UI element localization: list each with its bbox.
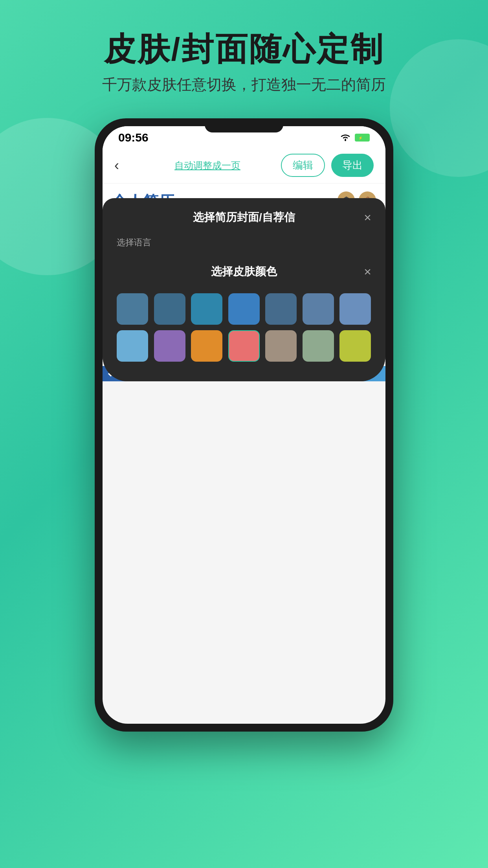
svg-rect-2 (368, 136, 369, 139)
skin-panel-close-button[interactable]: × (356, 265, 371, 279)
resume-content: 个人简历 给我一个机会，还您一份精彩 Personal resume 🎓 💼 基… (103, 184, 385, 381)
color-swatch-3[interactable] (191, 293, 222, 325)
battery-icon: ⚡ (355, 134, 370, 142)
app-topbar: ‹ 自动调整成一页 编辑 导出 (103, 147, 385, 184)
main-title: 皮肤/封面随心定制 (0, 31, 488, 67)
svg-text:⚡: ⚡ (358, 136, 363, 140)
skin-panel: 选择皮肤颜色 × (103, 252, 385, 381)
color-swatch-4[interactable] (228, 293, 260, 325)
color-grid-row1 (117, 293, 371, 325)
color-swatch-1[interactable] (117, 293, 148, 325)
panel-title-row: 选择简历封面/自荐信 × (117, 210, 371, 225)
color-swatch-5[interactable] (265, 293, 297, 325)
color-swatch-2[interactable] (154, 293, 185, 325)
header-section: 皮肤/封面随心定制 千万款皮肤任意切换，打造独一无二的简历 (0, 0, 488, 110)
color-swatch-11[interactable] (228, 330, 260, 362)
edit-button[interactable]: 编辑 (281, 154, 325, 177)
auto-adjust-link[interactable]: 自动调整成一页 (174, 159, 240, 172)
phone-notch (205, 118, 283, 132)
svg-point-0 (345, 140, 346, 141)
export-button[interactable]: 导出 (331, 154, 374, 177)
phone-frame: 09:56 ⚡ (95, 118, 393, 732)
color-swatch-7[interactable] (339, 293, 371, 325)
sub-title: 千万款皮肤任意切换，打造独一无二的简历 (0, 75, 488, 95)
status-time: 09:56 (118, 131, 149, 144)
cover-panel: 选择简历封面/自荐信 × 选择语言 简体中文 English 选择封面 (103, 198, 385, 381)
lang-section-label: 选择语言 (117, 237, 371, 248)
wifi-icon (340, 134, 351, 142)
color-swatch-13[interactable] (303, 330, 334, 362)
phone-container: 09:56 ⚡ (0, 118, 488, 732)
topbar-right: 编辑 导出 (281, 154, 374, 177)
color-swatch-6[interactable] (303, 293, 334, 325)
color-grid-row2 (117, 330, 371, 362)
status-icons: ⚡ (340, 134, 370, 142)
back-button[interactable]: ‹ (114, 157, 134, 174)
panel-title: 选择简历封面/自荐信 (132, 210, 356, 225)
skin-title: 选择皮肤颜色 (132, 264, 356, 279)
color-swatch-14[interactable] (339, 330, 371, 362)
phone-screen: 09:56 ⚡ (103, 126, 385, 724)
color-swatch-12[interactable] (265, 330, 297, 362)
skin-title-row: 选择皮肤颜色 × (117, 264, 371, 279)
color-swatch-8[interactable] (117, 330, 148, 362)
color-swatch-9[interactable] (154, 330, 185, 362)
panel-close-button[interactable]: × (356, 210, 371, 225)
color-swatch-10[interactable] (191, 330, 222, 362)
